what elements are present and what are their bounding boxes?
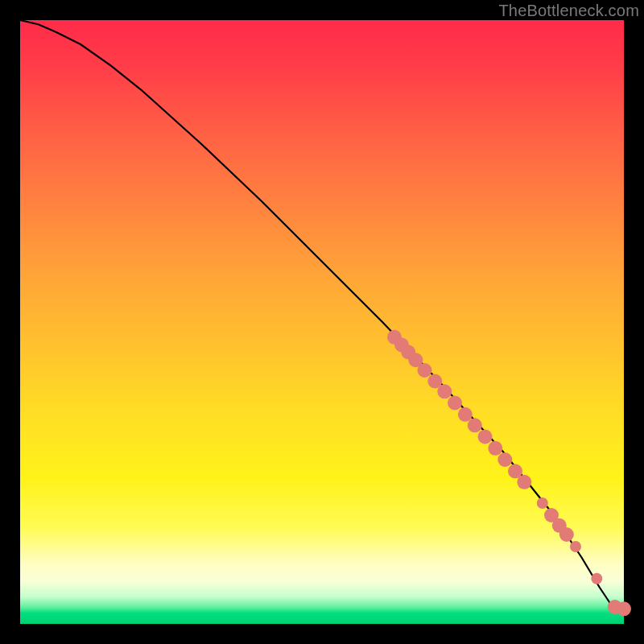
data-point	[591, 573, 602, 584]
data-point	[517, 475, 531, 489]
data-point	[617, 601, 631, 616]
data-point	[537, 497, 548, 509]
data-point	[559, 527, 574, 542]
data-point	[468, 418, 482, 432]
data-point	[478, 430, 493, 444]
data-point	[570, 541, 581, 552]
data-point	[488, 441, 502, 456]
data-point	[497, 452, 512, 467]
bottleneck-curve	[20, 20, 624, 609]
watermark-text: TheBottleneck.com	[498, 2, 639, 20]
data-point	[437, 384, 452, 398]
chart-stage: TheBottleneck.com	[0, 0, 644, 644]
chart-overlay	[20, 20, 624, 624]
data-point	[448, 396, 462, 411]
plot-area	[20, 20, 624, 624]
data-point	[418, 363, 432, 378]
data-points	[387, 330, 631, 617]
data-point	[458, 407, 473, 422]
